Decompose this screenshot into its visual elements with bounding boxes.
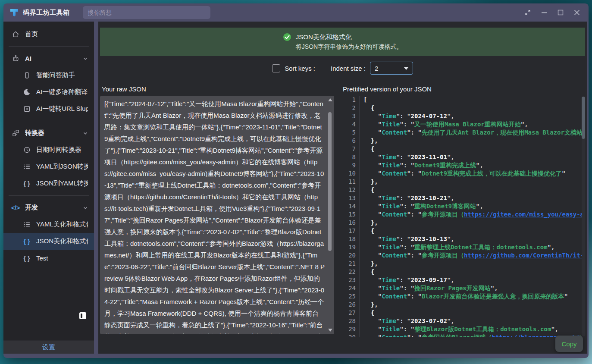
line-number: 28	[343, 317, 360, 325]
code-token: ": "	[400, 285, 414, 292]
code-token: ",	[476, 203, 483, 210]
search-input[interactable]	[83, 6, 210, 19]
options-bar: Sort keys : Indent size : 2	[98, 61, 587, 75]
scrollbar-thumb[interactable]	[582, 97, 585, 139]
code-token: {	[363, 186, 374, 193]
scroll-down-icon[interactable]	[328, 329, 332, 332]
sidebar-item-label: Test	[36, 254, 48, 262]
line-number: 22	[343, 268, 360, 276]
braces-icon: { }	[22, 180, 31, 187]
code-token: },	[363, 301, 378, 308]
sidebar-item-label: 智能问答助手	[36, 71, 75, 79]
maximize-icon[interactable]	[555, 7, 566, 18]
code-token: "	[562, 170, 565, 177]
raw-json-textarea[interactable]: [{"Time":"2024-07-12","Title":"又一轮使用Masa…	[100, 96, 326, 334]
sidebar-item-qa-assistant[interactable]: 智能问答助手	[3, 67, 94, 84]
sidebar-item-yaml-format[interactable]: YAML美化和格式化	[3, 216, 94, 233]
code-token: ",	[447, 113, 454, 119]
code-token: "	[363, 154, 382, 160]
sidebar-item-test[interactable]: { }Test	[3, 250, 94, 267]
scrollbar-thumb[interactable]	[328, 112, 332, 251]
indent-size-select[interactable]: 2	[370, 62, 413, 75]
code-token: "	[363, 211, 382, 218]
raw-json-label: Your raw JSON	[102, 85, 146, 93]
sidebar-item-json-to-yaml[interactable]: { }JSON到YAML转换	[3, 175, 94, 192]
sidebar-item-ai-url-slug[interactable]: AI一键转URL Slug	[3, 100, 94, 117]
code-line: 8 "Time": "2023-11-01",	[343, 153, 585, 161]
divider	[9, 195, 89, 196]
code-token: {	[363, 104, 374, 111]
code-token: },	[363, 178, 378, 185]
code-token: "	[363, 113, 382, 119]
pretty-json-label: Prettified version of your JSON	[343, 85, 432, 93]
sidebar-group-ai[interactable]: AI	[3, 50, 94, 67]
line-number: 15	[343, 210, 360, 219]
code-token: Time	[382, 317, 396, 324]
sidebar-item-ai-translate[interactable]: AI一键多语种翻译	[3, 84, 94, 100]
copy-button[interactable]: Copy	[555, 336, 583, 352]
window-controls	[522, 7, 583, 18]
json-link[interactable]: https://github.com/CorentinTh/it-tools	[464, 252, 585, 259]
code-token: Blazor开发前台体验还是差强人意，换回原来的版本	[422, 293, 564, 300]
code-line: 22 {	[343, 268, 585, 276]
code-icon: </>	[11, 204, 20, 211]
json-link[interactable]: https://gitee.com/miss_you/easy-admin	[464, 211, 585, 218]
slug-icon	[22, 105, 31, 113]
code-token: Time	[382, 195, 396, 201]
sidebar-group-dev[interactable]: </>开发	[3, 199, 94, 216]
code-token: ": "	[396, 113, 411, 119]
code-token: Title	[382, 244, 400, 251]
code-line: 3 "Time": "2024-07-12",	[343, 112, 585, 120]
code-token: ": "	[400, 162, 414, 169]
scroll-up-icon[interactable]	[328, 98, 332, 101]
sidebar-item-home[interactable]: 首页	[3, 26, 94, 43]
divider	[9, 46, 89, 47]
fullscreen-icon[interactable]	[522, 7, 533, 18]
code-token: "	[363, 276, 382, 283]
code-token: Time	[382, 276, 396, 283]
line-number: 1	[343, 96, 360, 104]
close-icon[interactable]	[571, 7, 583, 18]
code-token: "	[363, 170, 382, 177]
code-token: ": "	[407, 211, 422, 218]
pretty-json-panel[interactable]: 1[2 {3 "Time": "2024-07-12",4 "Title": "…	[343, 96, 585, 337]
code-token: 参考开源项目（	[422, 211, 464, 218]
code-token: 2023-10-13	[411, 235, 447, 242]
list-icon	[22, 221, 31, 228]
sidebar-item-yaml-to-json[interactable]: YAML到JSON转换	[3, 158, 94, 175]
code-token: Title	[382, 285, 400, 292]
code-token: "	[363, 334, 382, 337]
code-token: Content	[382, 129, 407, 136]
home-icon	[11, 31, 20, 38]
code-token: Dotnet9重构完成上线	[414, 162, 476, 169]
sidebar-item-datetime-converter[interactable]: 日期时间转换器	[3, 141, 94, 158]
title-bar: 码界工坊工具箱	[3, 3, 589, 22]
sidebar-item-label: 日期时间转换器	[36, 146, 81, 154]
minimize-icon[interactable]	[539, 7, 550, 18]
code-line: 6 },	[343, 137, 585, 145]
sidebar-group-converters[interactable]: 转换器	[3, 125, 94, 141]
code-line: 13 "Time": "2023-10-21",	[343, 194, 585, 202]
sort-keys-label: Sort keys :	[285, 65, 315, 72]
tool-banner: JSON美化和格式化 将JSON字符串修饰为友好的可读格式。	[100, 28, 585, 56]
pretty-scrollbar[interactable]	[582, 97, 585, 336]
code-token: "	[363, 244, 382, 251]
line-number: 25	[343, 292, 360, 301]
raw-scrollbar[interactable]	[327, 97, 333, 333]
collapse-sidebar-icon[interactable]	[79, 312, 86, 319]
code-token: ": "	[396, 195, 411, 201]
braces-icon: { }	[22, 238, 31, 245]
sidebar-item-json-format[interactable]: { }JSON美化和格式化	[3, 233, 94, 250]
line-number: 30	[343, 333, 360, 337]
code-token: ": "	[396, 235, 411, 242]
sort-keys-checkbox[interactable]	[272, 64, 280, 72]
settings-link[interactable]: 设置	[42, 343, 55, 351]
code-token: Time	[382, 113, 396, 119]
code-token: Time	[382, 235, 396, 242]
code-token: ": "	[407, 293, 422, 300]
code-token: ": "	[400, 326, 414, 333]
code-token: 挽回Razor Pages开发网站	[414, 285, 491, 292]
code-line: 16 },	[343, 219, 585, 227]
code-token: 重新整理上线Dotnet工具箱：dotnetools.com	[414, 244, 548, 251]
code-token: ",	[521, 121, 528, 128]
